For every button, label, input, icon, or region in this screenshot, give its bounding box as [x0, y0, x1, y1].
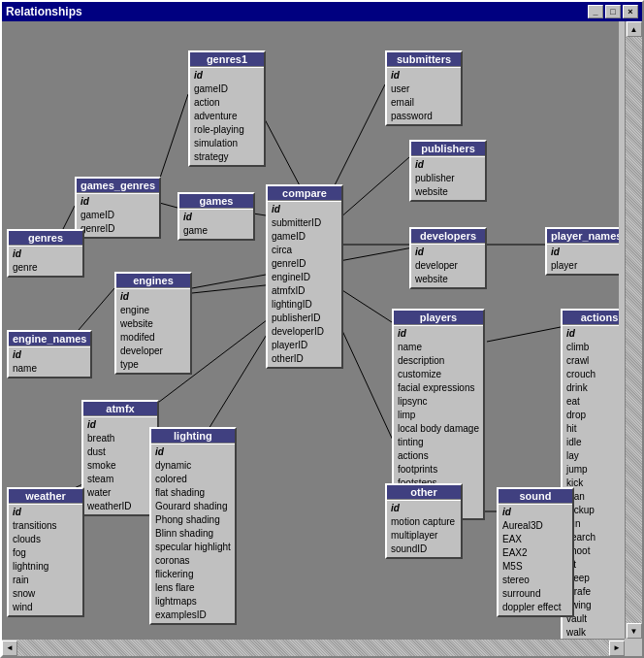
minimize-button[interactable]: _: [588, 5, 603, 18]
scroll-right-button[interactable]: ►: [609, 641, 625, 656]
field-lighting-specular-highlight: specular highlight: [155, 541, 231, 554]
field-publishers-id: id: [415, 158, 481, 172]
field-lighting-id: id: [155, 445, 231, 459]
table-body-atmfx: idbreathdustsmokesteamwaterweatherID: [83, 417, 157, 514]
table-body-publishers: idpublisherwebsite: [411, 157, 485, 200]
field-sound-id: id: [502, 506, 568, 519]
table-header-genres: genres: [9, 231, 82, 245]
field-genres-genre: genre: [13, 261, 79, 275]
diagram-area[interactable]: genres1idgameIDactionadventurerole-playi…: [2, 21, 619, 639]
field-lighting-dynamic: dynamic: [155, 459, 231, 473]
field-atmfx-water: water: [87, 486, 153, 500]
table-header-engines: engines: [116, 274, 190, 287]
field-actions-idle: idle: [566, 436, 619, 449]
field-sound-EAX2: EAX2: [502, 546, 568, 560]
table-player_names[interactable]: player_namesidplayer: [545, 227, 619, 276]
table-games[interactable]: gamesidgame: [177, 192, 255, 241]
field-games-id: id: [183, 211, 249, 224]
scroll-left-button[interactable]: ◄: [2, 641, 17, 656]
field-games_genres-id: id: [80, 195, 155, 209]
scroll-down-button[interactable]: ▼: [627, 623, 642, 639]
table-body-engine_names: idname: [9, 347, 90, 377]
field-lighting-Phong-shading: Phong shading: [155, 513, 231, 527]
field-games_genres-gameID: gameID: [80, 209, 155, 222]
table-genres1[interactable]: genres1idgameIDactionadventurerole-playi…: [188, 50, 266, 167]
field-genres1-strategy: strategy: [194, 150, 260, 164]
table-lighting[interactable]: lightingiddynamiccoloredflat shadingGour…: [149, 427, 237, 625]
field-players-name: name: [398, 341, 479, 354]
field-genres1-role-playing: role-playing: [194, 123, 260, 137]
field-sound-M5S: M5S: [502, 560, 568, 574]
table-header-players: players: [394, 311, 483, 324]
diagram-inner: genres1idgameIDactionadventurerole-playi…: [2, 21, 619, 639]
field-engines-type: type: [120, 358, 186, 372]
field-actions-eat: eat: [566, 395, 619, 409]
field-engines-id: id: [120, 290, 186, 304]
vertical-scrollbar[interactable]: ▲ ▼: [625, 21, 642, 639]
table-body-engines: idenginewebsitemodifeddevelopertype: [116, 289, 190, 373]
field-actions-hit: hit: [566, 422, 619, 436]
field-actions-id: id: [566, 327, 619, 341]
horizontal-scrollbar[interactable]: ◄ ►: [2, 639, 625, 656]
field-actions-lean: lean: [566, 490, 619, 504]
field-lighting-colored: colored: [155, 473, 231, 486]
field-sound-stereo: stereo: [502, 574, 568, 587]
table-header-atmfx: atmfx: [83, 402, 157, 415]
field-compare-playerID: playerID: [272, 339, 338, 352]
table-genres[interactable]: genresidgenre: [7, 229, 84, 278]
field-publishers-website: website: [415, 185, 481, 199]
table-header-publishers: publishers: [411, 142, 485, 155]
field-other-multiplayer: multiplayer: [391, 529, 457, 543]
main-window: Relationships _ □ ×: [0, 0, 644, 658]
table-atmfx[interactable]: atmfxidbreathdustsmokesteamwaterweatherI…: [81, 400, 159, 516]
field-lighting-flat-shading: flat shading: [155, 486, 231, 500]
table-other[interactable]: otheridmotion capturemultiplayersoundID: [385, 483, 463, 559]
field-submitters-password: password: [391, 110, 457, 123]
table-weather[interactable]: weatheridtransitionscloudsfoglightningra…: [7, 487, 84, 617]
field-compare-id: id: [272, 203, 338, 216]
table-games_genres[interactable]: games_genresidgameIDgenreID: [75, 177, 161, 239]
table-engine_names[interactable]: engine_namesidname: [7, 330, 92, 378]
field-other-soundID: soundID: [391, 543, 457, 556]
table-body-compare: idsubmitterIDgameIDcircagenreIDengineIDa…: [268, 202, 341, 367]
field-lighting-coronas: coronas: [155, 554, 231, 568]
maximize-button[interactable]: □: [605, 5, 621, 18]
table-body-games: idgame: [179, 210, 253, 239]
field-atmfx-smoke: smoke: [87, 459, 153, 473]
table-body-other: idmotion capturemultiplayersoundID: [387, 501, 461, 557]
table-engines[interactable]: enginesidenginewebsitemodifeddeveloperty…: [114, 272, 192, 375]
close-button[interactable]: ×: [623, 5, 638, 18]
field-atmfx-id: id: [87, 418, 153, 432]
field-games_genres-genreID: genreID: [80, 222, 155, 236]
field-developers-website: website: [415, 273, 481, 286]
field-actions-kick: kick: [566, 477, 619, 490]
field-weather-id: id: [13, 506, 79, 519]
table-publishers[interactable]: publishersidpublisherwebsite: [409, 140, 487, 202]
field-players-actions: actions: [398, 449, 479, 463]
table-compare[interactable]: compareidsubmitterIDgameIDcircagenreIDen…: [266, 184, 343, 369]
field-compare-genreID: genreID: [272, 257, 338, 271]
field-atmfx-steam: steam: [87, 473, 153, 486]
field-actions-jump: jump: [566, 463, 619, 477]
field-engine_names-id: id: [13, 348, 86, 362]
field-weather-wind: wind: [13, 601, 79, 614]
field-player_names-player: player: [551, 259, 619, 273]
field-weather-transitions: transitions: [13, 519, 79, 533]
field-actions-search: search: [566, 531, 619, 544]
field-actions-sit: sit: [566, 558, 619, 572]
field-genres1-action: action: [194, 96, 260, 110]
field-other-id: id: [391, 502, 457, 515]
table-developers[interactable]: developersiddeveloperwebsite: [409, 227, 487, 289]
table-submitters[interactable]: submittersiduseremailpassword: [385, 50, 463, 126]
field-genres1-id: id: [194, 69, 260, 82]
field-players-facial-expressions: facial expressions: [398, 381, 479, 395]
field-compare-developerID: developerID: [272, 325, 338, 339]
svg-line-3: [332, 84, 385, 191]
table-header-developers: developers: [411, 229, 485, 243]
scroll-up-button[interactable]: ▲: [627, 21, 642, 37]
field-actions-drop: drop: [566, 409, 619, 422]
table-body-lighting: iddynamiccoloredflat shadingGourard shad…: [151, 444, 235, 623]
field-atmfx-dust: dust: [87, 445, 153, 459]
table-sound[interactable]: soundidAureal3DEAXEAX2M5Sstereosurroundd…: [497, 487, 574, 617]
field-lighting-flickering: flickering: [155, 568, 231, 581]
